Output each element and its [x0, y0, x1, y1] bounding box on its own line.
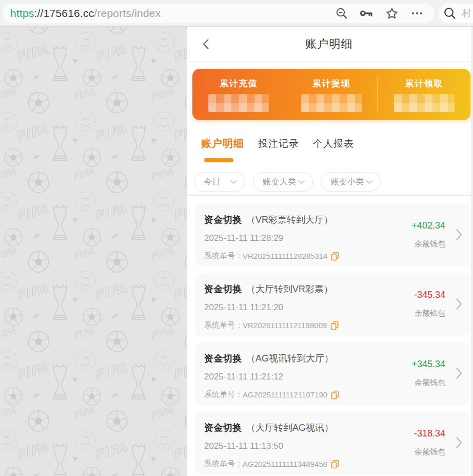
filter-bar: 今日 账变大类 账变小类 — [194, 172, 381, 192]
zoom-out-icon — [335, 7, 348, 20]
more-menu-button[interactable] — [410, 7, 424, 20]
record-wallet: 余额钱包 — [415, 309, 445, 318]
chevron-right-icon — [456, 367, 463, 382]
url-scheme: https — [10, 7, 34, 19]
copy-icon — [331, 390, 339, 399]
url-domain: 175616.cc — [44, 7, 94, 19]
record-wallet: 余额钱包 — [415, 378, 445, 388]
page-url: https://175616.cc/reports/index — [10, 7, 161, 20]
record-wallet: 余额钱包 — [415, 239, 445, 249]
url-separator: :// — [34, 7, 44, 19]
record-row[interactable]: 资金切换 （大厅转到VR彩票） 2025-11-11 11:21:20 系统单号… — [195, 273, 470, 336]
record-amount: -345.34 — [414, 290, 445, 300]
chevron-right-icon — [456, 228, 463, 243]
browser-actions — [334, 7, 424, 20]
search-placeholder: 村 — [462, 7, 471, 20]
zoom-out-button[interactable] — [334, 7, 348, 20]
order-number: AG202511111121107190 — [243, 390, 327, 399]
record-row[interactable]: 资金切换 （VR彩票转到大厅） 2025-11-11 11:28:29 系统单号… — [195, 204, 470, 266]
summary-label: 累计提现 — [312, 78, 350, 89]
chevron-right-icon — [456, 297, 463, 313]
summary-label: 累计充值 — [220, 78, 258, 89]
summary-value-blurred — [301, 94, 362, 112]
record-order-row: 系统单号： VR202511111121198009 — [204, 320, 339, 330]
record-title-row: 资金切换 （大厅转到VR彩票） — [204, 283, 333, 295]
search-icon — [443, 7, 457, 20]
chevron-down-icon — [298, 180, 305, 184]
record-wallet: 余额钱包 — [415, 447, 445, 457]
section-divider — [187, 195, 471, 196]
order-number: AG202511111113489458 — [243, 460, 327, 468]
password-key-button[interactable] — [360, 7, 373, 20]
key-icon — [360, 8, 373, 19]
record-subtitle: （VR彩票转到大厅） — [246, 214, 333, 226]
chevron-down-icon — [230, 180, 238, 184]
copy-button[interactable] — [331, 252, 339, 261]
record-title: 资金切换 — [204, 283, 242, 295]
order-number: VR202511111121198009 — [243, 321, 327, 330]
record-title: 资金切换 — [204, 422, 242, 434]
search-divider — [459, 8, 459, 18]
copy-icon — [331, 252, 339, 261]
bookmark-star-button[interactable] — [385, 7, 399, 20]
record-row[interactable]: 资金切换 （AG视讯转到大厅） 2025-11-11 11:21:12 系统单号… — [195, 342, 470, 405]
tab-personal-report[interactable]: 个人报表 — [313, 137, 354, 150]
record-subtitle: （大厅转到AG视讯） — [246, 422, 333, 434]
browser-toolbar: https://175616.cc/reports/index — [0, 0, 473, 27]
copy-icon — [330, 321, 339, 330]
summary-value-blurred — [208, 94, 269, 112]
fifa-watermark-background: FIFA FIFA — [0, 27, 187, 476]
chevron-right-icon — [456, 436, 463, 451]
record-datetime: 2025-11-11 11:28:29 — [204, 233, 283, 243]
app-header: 账户明细 — [187, 27, 471, 62]
record-row[interactable]: 资金切换 （大厅转到AG视讯） 2025-11-11 11:13:50 系统单号… — [195, 412, 470, 474]
screen: https://175616.cc/reports/index — [0, 0, 473, 476]
record-amount: -318.34 — [414, 428, 445, 439]
record-title: 资金切换 — [204, 352, 242, 365]
chevron-down-icon — [365, 180, 373, 184]
page-title: 账户明细 — [187, 36, 471, 52]
order-label: 系统单号： — [204, 390, 243, 399]
filter-minor-category-dropdown[interactable]: 账变小类 — [321, 172, 381, 192]
tab-bar: 账户明细 投注记录 个人报表 — [201, 137, 354, 150]
record-amount: +345.34 — [411, 359, 445, 370]
order-label: 系统单号： — [204, 459, 243, 469]
copy-button[interactable] — [331, 460, 339, 469]
address-bar[interactable]: https://175616.cc/reports/index — [3, 4, 434, 23]
tab-account-detail[interactable]: 账户明细 — [201, 137, 244, 150]
filter-date-dropdown[interactable]: 今日 — [194, 172, 245, 192]
copy-button[interactable] — [331, 390, 339, 399]
record-order-row: 系统单号： VR202511111128285314 — [204, 251, 339, 261]
record-amount: +402.34 — [411, 220, 445, 231]
tab-bet-records[interactable]: 投注记录 — [258, 137, 299, 150]
record-list: 资金切换 （VR彩票转到大厅） 2025-11-11 11:28:29 系统单号… — [195, 204, 470, 476]
record-subtitle: （AG视讯转到大厅） — [246, 352, 333, 365]
summary-label: 累计领取 — [405, 78, 443, 89]
summary-item-withdraw: 累计提现 — [285, 69, 378, 120]
record-subtitle: （大厅转到VR彩票） — [246, 283, 333, 295]
record-order-row: 系统单号： AG202511111121107190 — [204, 390, 339, 399]
summary-value-blurred — [394, 94, 455, 112]
summary-card: 累计充值 累计提现 累计领取 — [192, 69, 470, 120]
record-datetime: 2025-11-11 11:21:20 — [204, 302, 283, 313]
record-title-row: 资金切换 （VR彩票转到大厅） — [204, 214, 333, 226]
star-icon — [385, 7, 399, 20]
summary-item-claim: 累计领取 — [378, 69, 470, 120]
browser-search-box[interactable]: 村 — [439, 4, 473, 23]
record-order-row: 系统单号： AG202511111113489458 — [204, 459, 339, 469]
record-title-row: 资金切换 （AG视讯转到大厅） — [204, 352, 333, 365]
copy-button[interactable] — [330, 321, 339, 330]
summary-item-recharge: 累计充值 — [192, 69, 285, 120]
active-tab-underline — [204, 158, 233, 162]
order-label: 系统单号： — [204, 251, 243, 261]
account-detail-page: 账户明细 累计充值 累计提现 累计领取 账户明细 投注记录 个人报表 — [187, 27, 471, 476]
ellipsis-icon — [410, 7, 424, 20]
record-datetime: 2025-11-11 11:21:12 — [204, 372, 283, 382]
record-title: 资金切换 — [204, 214, 242, 226]
order-number: VR202511111128285314 — [243, 252, 327, 260]
copy-icon — [331, 460, 339, 469]
filter-major-category-dropdown[interactable]: 账变大类 — [253, 172, 313, 192]
order-label: 系统单号： — [204, 320, 243, 330]
page-right-edge — [471, 27, 473, 476]
fifa-pattern-svg: FIFA FIFA — [0, 27, 187, 476]
